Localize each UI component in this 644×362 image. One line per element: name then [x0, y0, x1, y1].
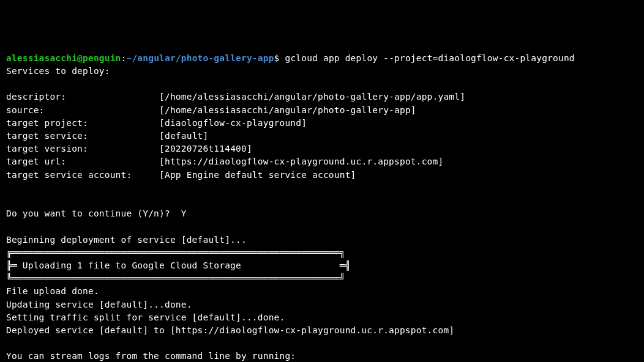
prompt-at: @	[77, 53, 83, 63]
box-mid: ╠═ Uploading 1 file to Google Cloud Stor…	[6, 260, 351, 270]
upload-done: File upload done.	[6, 286, 99, 296]
prompt-dollar: $	[274, 53, 280, 63]
command-text: gcloud app deploy --project=diaologflow-…	[280, 53, 575, 63]
target-service-label: target service:	[6, 131, 88, 141]
traffic-split: Setting traffic split for service [defau…	[6, 312, 285, 322]
services-line: Services to deploy:	[6, 66, 110, 76]
box-top: ╔═══════════════════════════════════════…	[6, 248, 345, 257]
prompt-user: alessiasacchi	[6, 53, 77, 63]
target-version-label: target version:	[6, 144, 88, 153]
target-project-label: target project:	[6, 118, 88, 128]
stream-logs-hint: You can stream logs from the command lin…	[6, 351, 296, 361]
terminal-output[interactable]: alessiasacchi@penguin:~/angular/photo-ga…	[6, 52, 638, 362]
target-url-label: target url:	[6, 157, 66, 166]
descriptor-value: [/home/alessiasacchi/angular/photo-galle…	[159, 92, 465, 102]
continue-prompt: Do you want to continue (Y/n)? Y	[6, 209, 187, 218]
target-url-value: [https://diaologflow-cx-playground.uc.r.…	[159, 157, 443, 166]
pad	[66, 92, 159, 102]
target-project-value: [diaologflow-cx-playground]	[159, 118, 307, 128]
target-account-label: target service account:	[6, 170, 132, 180]
source-label: source:	[6, 105, 45, 115]
deployed-service: Deployed service [default] to [https://d…	[6, 325, 454, 335]
box-bot: ╚═══════════════════════════════════════…	[6, 273, 345, 283]
source-value: [/home/alessiasacchi/angular/photo-galle…	[159, 105, 416, 115]
target-account-value: [App Engine default service account]	[159, 170, 356, 180]
target-version-value: [20220726t114400]	[159, 144, 252, 153]
descriptor-label: descriptor:	[6, 92, 66, 102]
prompt-host: penguin	[83, 53, 121, 63]
target-service-value: [default]	[159, 131, 208, 141]
prompt-path: ~/angular/photo-gallery-app	[126, 53, 274, 63]
beginning-deploy: Beginning deployment of service [default…	[6, 235, 247, 245]
updating-service: Updating service [default]...done.	[6, 300, 192, 309]
